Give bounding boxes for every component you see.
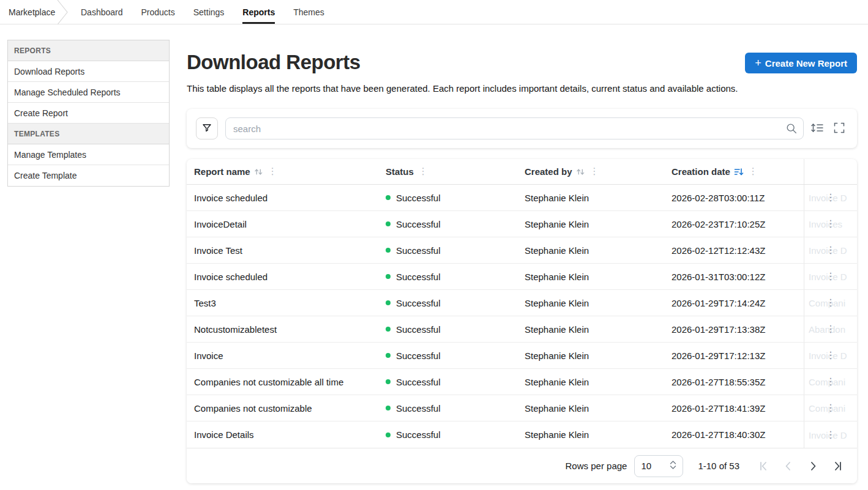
status-dot-icon xyxy=(386,300,391,305)
last-page-button[interactable] xyxy=(830,459,845,473)
table-row: Notcustomizabletest Successful Stephanie… xyxy=(187,316,857,343)
report-name-cell: InvoiceDetail xyxy=(187,211,378,237)
nav-item-dashboard[interactable]: Dashboard xyxy=(81,0,123,24)
previous-page-button[interactable] xyxy=(781,459,796,473)
status-dot-icon xyxy=(386,379,391,384)
table-row: Invoice scheduled Successful Stephanie K… xyxy=(187,264,857,290)
report-name-cell: Notcustomizabletest xyxy=(187,316,378,342)
created-by-cell: Stephanie Klein xyxy=(517,290,664,316)
column-header-created-by[interactable]: Created by ⋮ xyxy=(517,159,664,184)
filter-button[interactable] xyxy=(196,117,218,139)
creation-date-cell: 2026-01-27T18:40:30Z xyxy=(664,421,804,448)
top-navigation: Marketplace Dashboard Products Settings … xyxy=(0,0,868,24)
creation-date-cell: 2026-02-23T17:10:25Z xyxy=(664,211,804,237)
first-page-button[interactable] xyxy=(757,459,771,473)
row-actions-cell: Compani ⋮ xyxy=(804,395,857,421)
row-menu-icon[interactable]: ⋮ xyxy=(825,377,837,387)
table-row: Invoice Test Successful Stephanie Klein … xyxy=(187,237,857,264)
nav-item-products[interactable]: Products xyxy=(141,0,175,24)
table-header-row: Report name ⋮ Status ⋮ Created by ⋮ xyxy=(187,159,857,185)
column-label: Report name xyxy=(194,166,250,177)
column-header-report-name[interactable]: Report name ⋮ xyxy=(187,159,378,184)
select-stepper-icon xyxy=(670,460,676,472)
fullscreen-button[interactable] xyxy=(831,120,848,137)
column-menu-icon[interactable]: ⋮ xyxy=(589,167,600,176)
sidebar-item-create-template[interactable]: Create Template xyxy=(8,165,169,186)
creation-date-cell: 2026-01-29T17:14:24Z xyxy=(664,290,804,316)
report-name-cell: Invoice Test xyxy=(187,237,378,263)
sort-icon[interactable] xyxy=(576,168,585,176)
row-menu-icon[interactable]: ⋮ xyxy=(825,351,837,360)
report-name-cell: Invoice scheduled xyxy=(187,185,378,210)
status-dot-icon xyxy=(386,274,391,279)
status-cell: Successful xyxy=(378,264,517,289)
row-actions-cell: Compani ⋮ xyxy=(804,290,857,316)
creation-date-cell: 2026-01-29T17:13:38Z xyxy=(664,316,804,342)
create-new-report-button[interactable]: + Create New Report xyxy=(745,53,857,73)
column-label: Status xyxy=(386,166,414,177)
status-dot-icon xyxy=(386,432,391,437)
row-menu-icon[interactable]: ⋮ xyxy=(825,324,837,334)
pager xyxy=(757,459,845,473)
row-menu-icon[interactable]: ⋮ xyxy=(825,430,837,440)
rows-per-page-select[interactable]: 10 xyxy=(634,455,683,477)
status-label: Successful xyxy=(396,429,441,440)
row-menu-icon[interactable]: ⋮ xyxy=(825,403,837,413)
sidebar-item-manage-templates[interactable]: Manage Templates xyxy=(8,144,169,165)
status-dot-icon xyxy=(386,406,391,410)
rows-per-page-label: Rows per page xyxy=(566,461,627,471)
nav-item-settings[interactable]: Settings xyxy=(193,0,225,24)
row-menu-icon[interactable]: ⋮ xyxy=(825,193,837,202)
status-label: Successful xyxy=(396,245,441,256)
column-header-status[interactable]: Status ⋮ xyxy=(378,159,517,184)
sort-descending-icon[interactable] xyxy=(734,168,744,176)
page-title: Download Reports xyxy=(187,51,361,74)
column-header-creation-date[interactable]: Creation date ⋮ xyxy=(664,159,804,184)
status-label: Successful xyxy=(396,351,441,361)
column-menu-icon[interactable]: ⋮ xyxy=(417,167,429,176)
status-label: Successful xyxy=(396,403,441,414)
nav-items: Dashboard Products Settings Reports Them… xyxy=(81,0,324,24)
creation-date-cell: 2026-01-27T18:41:39Z xyxy=(664,395,804,421)
row-density-button[interactable] xyxy=(809,120,826,137)
row-menu-icon[interactable]: ⋮ xyxy=(825,245,837,255)
table-row: Invoice Successful Stephanie Klein 2026-… xyxy=(187,343,857,369)
create-new-report-label: Create New Report xyxy=(765,58,847,69)
table-row: Companies not customizable all time Succ… xyxy=(187,369,857,395)
table-footer: Rows per page 10 1-10 of 53 xyxy=(187,448,857,483)
row-menu-icon[interactable]: ⋮ xyxy=(825,298,837,308)
column-menu-icon[interactable]: ⋮ xyxy=(267,167,279,176)
creation-date-cell: 2026-01-31T03:00:12Z xyxy=(664,264,804,289)
created-by-cell: Stephanie Klein xyxy=(517,316,664,342)
sidebar: REPORTS Download Reports Manage Schedule… xyxy=(7,40,170,187)
creation-date-cell: 2026-02-12T12:12:43Z xyxy=(664,237,804,263)
brand-marketplace[interactable]: Marketplace xyxy=(0,0,56,24)
created-by-cell: Stephanie Klein xyxy=(517,264,664,289)
row-menu-icon[interactable]: ⋮ xyxy=(825,219,837,229)
next-page-button[interactable] xyxy=(806,459,820,473)
status-dot-icon xyxy=(386,353,391,358)
sort-icon[interactable] xyxy=(254,168,263,176)
search-input[interactable] xyxy=(225,117,804,139)
sidebar-item-manage-scheduled-reports[interactable]: Manage Scheduled Reports xyxy=(8,82,169,103)
plus-icon: + xyxy=(755,58,761,69)
created-by-cell: Stephanie Klein xyxy=(517,395,664,421)
table-row: Companies not customizable Successful St… xyxy=(187,395,857,421)
row-actions-cell: Compani ⋮ xyxy=(804,369,857,395)
nav-item-reports[interactable]: Reports xyxy=(242,0,275,24)
main-content: Download Reports + Create New Report Thi… xyxy=(187,40,857,486)
row-menu-icon[interactable]: ⋮ xyxy=(825,272,837,281)
sidebar-item-download-reports[interactable]: Download Reports xyxy=(8,61,169,82)
search-wrap xyxy=(225,117,804,139)
sidebar-item-create-report[interactable]: Create Report xyxy=(8,103,169,124)
column-header-actions xyxy=(804,159,857,184)
status-cell: Successful xyxy=(378,185,517,210)
created-by-cell: Stephanie Klein xyxy=(517,369,664,395)
status-label: Successful xyxy=(396,272,441,282)
table-toolbar xyxy=(187,109,857,148)
nav-item-themes[interactable]: Themes xyxy=(293,0,324,24)
created-by-cell: Stephanie Klein xyxy=(517,343,664,368)
status-dot-icon xyxy=(386,327,391,332)
column-menu-icon[interactable]: ⋮ xyxy=(747,167,759,176)
column-label: Created by xyxy=(525,166,572,177)
